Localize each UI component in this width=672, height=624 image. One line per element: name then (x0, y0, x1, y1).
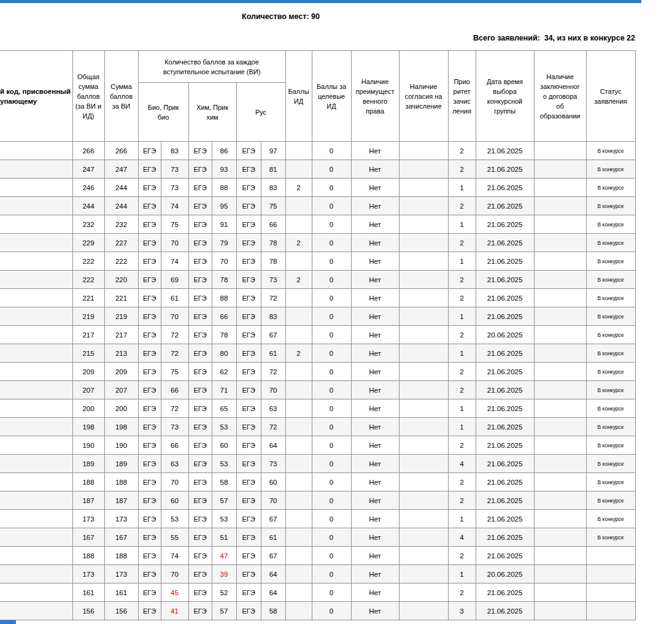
cell-education-contract (534, 473, 586, 491)
cell-enrollment-consent (399, 473, 448, 491)
cell-bio-exam-score: 73 (161, 418, 188, 436)
cell-total-sum: 215 (72, 344, 104, 363)
cell-rus-exam-score: 72 (261, 289, 285, 307)
cell-education-contract (534, 547, 586, 565)
cell-applicant-code (0, 491, 72, 510)
cell-total-sum: 221 (72, 289, 104, 307)
cell-bio-exam-score: 73 (161, 179, 188, 197)
cell-id-points (285, 491, 312, 510)
cell-rus-exam-type: ЕГЭ (236, 584, 261, 602)
cell-applicant-code (0, 234, 72, 252)
cell-bio-exam-type: ЕГЭ (138, 528, 161, 547)
cell-id-points (285, 418, 312, 436)
cell-priority: 1 (448, 179, 476, 197)
cell-target-id-points: 0 (312, 381, 351, 399)
cell-bio-exam-score: 63 (161, 455, 188, 473)
cell-application-status: В конкурсе (586, 271, 635, 289)
cell-chem-exam-score: 57 (212, 491, 236, 510)
cell-total-sum: 222 (72, 271, 104, 289)
cell-rus-exam-score: 78 (261, 234, 285, 252)
cell-id-points (285, 197, 312, 215)
cell-application-status: В конкурсе (586, 179, 635, 197)
cell-total-sum: 189 (72, 455, 104, 473)
cell-chem-exam-type: ЕГЭ (188, 455, 212, 473)
cell-id-points (285, 436, 312, 455)
cell-rus-exam-score: 67 (261, 510, 285, 528)
cell-total-sum: 190 (72, 436, 104, 455)
cell-vi-sum: 220 (104, 271, 138, 289)
cell-applicant-code (0, 418, 72, 436)
table-row: 246244ЕГЭ73ЕГЭ88ЕГЭ8320Нет121.06.2025В к… (0, 179, 635, 197)
cell-rus-exam-type: ЕГЭ (236, 234, 261, 252)
cell-bio-exam-score: 60 (161, 491, 188, 510)
cell-target-id-points: 0 (312, 326, 351, 344)
cell-applicant-code (0, 602, 72, 620)
cell-bio-exam-score: 66 (161, 381, 188, 399)
cell-rus-exam-type: ЕГЭ (236, 565, 261, 584)
cell-vi-sum: 167 (104, 528, 138, 547)
cell-chem-exam-score: 86 (212, 142, 236, 160)
col-header-education-contract: Наличие заключенног о договора об образо… (534, 51, 586, 142)
cell-enrollment-consent (399, 565, 448, 584)
cell-priority: 2 (448, 271, 476, 289)
cell-bio-exam-type: ЕГЭ (138, 473, 161, 491)
cell-rus-exam-score: 83 (261, 307, 285, 326)
cell-chem-exam-score: 95 (212, 197, 236, 215)
cell-target-id-points: 0 (312, 179, 351, 197)
cell-applicant-code (0, 381, 72, 399)
cell-education-contract (534, 326, 586, 344)
cell-education-contract (534, 160, 586, 179)
cell-chem-exam-score: 79 (212, 234, 236, 252)
col-header-group-choice-date: Дата время выбора конкурсной группы (476, 51, 534, 142)
cell-bio-exam-type: ЕГЭ (138, 179, 161, 197)
cell-enrollment-consent (399, 252, 448, 271)
cell-chem-exam-type: ЕГЭ (188, 565, 212, 584)
col-header-exams-group: Количество баллов за каждое вступительно… (138, 51, 285, 83)
cell-bio-exam-score: 70 (161, 307, 188, 326)
cell-id-points (285, 473, 312, 491)
cell-vi-sum: 173 (104, 565, 138, 584)
cell-bio-exam-score: 70 (161, 234, 188, 252)
cell-enrollment-consent (399, 234, 448, 252)
col-header-status: Статус заявления (586, 51, 635, 142)
cell-education-contract (534, 363, 586, 381)
cell-priority: 1 (448, 344, 476, 363)
cell-priority: 2 (448, 289, 476, 307)
cell-rus-exam-score: 81 (261, 160, 285, 179)
cell-vi-sum: 190 (104, 436, 138, 455)
cell-chem-exam-type: ЕГЭ (188, 271, 212, 289)
cell-application-status (586, 602, 635, 620)
table-row: 217217ЕГЭ72ЕГЭ78ЕГЭ670Нет220.06.2025В ко… (0, 326, 635, 344)
cell-group-choice-date: 21.06.2025 (476, 215, 534, 234)
total-applications-label: Всего заявлений: 34, из них в конкурсе 2… (0, 34, 635, 42)
cell-priority: 1 (448, 418, 476, 436)
cell-bio-exam-score: 72 (161, 326, 188, 344)
cell-enrollment-consent (399, 491, 448, 510)
cell-target-id-points: 0 (312, 142, 351, 160)
table-row: 222222ЕГЭ74ЕГЭ70ЕГЭ780Нет121.06.2025В ко… (0, 252, 635, 271)
cell-education-contract (534, 344, 586, 363)
cell-id-points (285, 252, 312, 271)
cell-education-contract (534, 215, 586, 234)
cell-total-sum: 209 (72, 363, 104, 381)
table-row: 229227ЕГЭ70ЕГЭ79ЕГЭ7820Нет221.06.2025В к… (0, 234, 635, 252)
cell-bio-exam-type: ЕГЭ (138, 252, 161, 271)
cell-id-points (285, 289, 312, 307)
cell-group-choice-date: 21.06.2025 (476, 363, 534, 381)
cell-total-sum: 207 (72, 381, 104, 399)
cell-education-contract (534, 455, 586, 473)
cell-id-points: 2 (285, 179, 312, 197)
cell-group-choice-date: 21.06.2025 (476, 381, 534, 399)
cell-chem-exam-score: 60 (212, 436, 236, 455)
cell-id-points (285, 528, 312, 547)
cell-bio-exam-type: ЕГЭ (138, 326, 161, 344)
cell-bio-exam-score: 73 (161, 160, 188, 179)
cell-group-choice-date: 21.06.2025 (476, 234, 534, 252)
cell-bio-exam-type: ЕГЭ (138, 418, 161, 436)
cell-priority: 2 (448, 381, 476, 399)
cell-chem-exam-type: ЕГЭ (188, 473, 212, 491)
cell-rus-exam-type: ЕГЭ (236, 602, 261, 620)
cell-application-status: В конкурсе (586, 215, 635, 234)
cell-bio-exam-score: 61 (161, 289, 188, 307)
cell-applicant-code (0, 179, 72, 197)
